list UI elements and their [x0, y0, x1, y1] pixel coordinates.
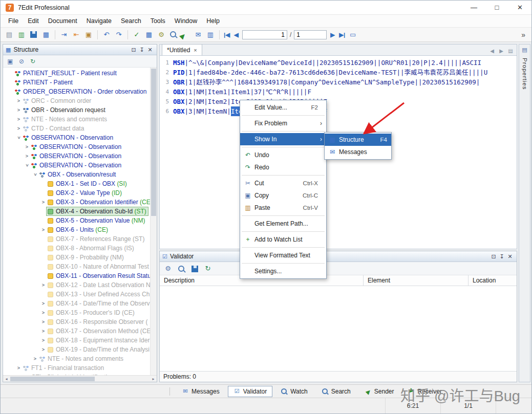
tree-item[interactable]: OBX - Observation/result [3, 170, 150, 179]
tree-item[interactable]: OBX-19 - Date/Time of the Analysi [3, 345, 150, 354]
tree-item[interactable]: OBSERVATION - Observation [3, 151, 150, 161]
properties-tab[interactable]: ▤ Properties [519, 44, 530, 382]
validator-refresh-button[interactable]: ↻ [203, 264, 213, 274]
options-button[interactable]: ▥ [205, 29, 216, 40]
tab-list-icon[interactable]: ▤ [506, 48, 515, 54]
import-message-button[interactable]: ⇥ [58, 29, 70, 40]
auto-hide-icon[interactable]: ↧ [138, 47, 146, 53]
previous-tab-icon[interactable]: ◀ [488, 48, 496, 54]
tree-item[interactable]: OBSERVATION - Observation [3, 142, 150, 151]
tree-expander-icon[interactable] [24, 144, 30, 149]
menu-undo[interactable]: ↶ Undo [240, 149, 326, 161]
structure-vertical-scrollbar[interactable] [150, 68, 157, 375]
menu-fix-problem[interactable]: Fix Problem › [240, 117, 326, 129]
tree-expander-icon[interactable] [40, 301, 47, 306]
last-page-button[interactable]: ▶| [337, 31, 347, 38]
undo-button[interactable]: ↶ [101, 29, 112, 40]
panel-close-icon[interactable]: ✕ [146, 47, 154, 53]
tree-item[interactable]: OBX-9 - Probability (NM) [3, 253, 150, 262]
validator-save-button[interactable] [189, 264, 200, 274]
minimize-button[interactable]: — [462, 1, 485, 14]
menu-paste[interactable]: ▥ Paste Ctrl-V [240, 202, 326, 214]
menu-bar-item[interactable]: Tools [146, 16, 170, 26]
tab-sender[interactable]: ▶ Sender [359, 386, 400, 397]
panel-close-icon[interactable]: ✕ [506, 253, 514, 260]
structure-button[interactable]: ▦ [143, 29, 155, 40]
structure-horizontal-scrollbar[interactable]: ◂ ▸ [3, 375, 157, 382]
column-header[interactable]: Element [364, 275, 469, 286]
tree-item[interactable]: OBX-8 - Abnormal Flags (IS) [3, 244, 150, 253]
messages-button[interactable]: ✉ [193, 29, 204, 40]
tree-expander-icon[interactable] [40, 338, 47, 343]
scrollbar-thumb[interactable] [151, 69, 156, 216]
column-header[interactable]: Location [469, 275, 517, 286]
submenu-structure[interactable]: ▦ Structure F4 [325, 134, 391, 146]
tree-expander-icon[interactable] [40, 329, 47, 334]
tree-expander-icon[interactable] [15, 126, 22, 131]
menu-bar-item[interactable]: Navigate [82, 16, 116, 26]
tree-item[interactable]: OBX-17 - Observation Method (CE [3, 326, 150, 336]
tree-expander-icon[interactable] [40, 200, 47, 205]
tree-expander-icon[interactable] [40, 227, 47, 232]
next-tab-icon[interactable]: ▶ [497, 48, 505, 54]
total-pages-input[interactable] [294, 30, 327, 39]
tree-item[interactable]: OBX-12 - Date Last Observation N [3, 280, 150, 290]
scroll-right-icon[interactable]: ▸ [150, 376, 157, 382]
menu-bar-item[interactable]: Edit [23, 16, 44, 26]
tree-item[interactable]: OBSERVATION - Observation [3, 161, 150, 170]
toolbar-overflow-button[interactable]: » [518, 31, 528, 39]
redo-button[interactable]: ↷ [113, 29, 124, 40]
refresh-button[interactable]: ↻ [28, 57, 37, 66]
export-message-button[interactable]: ⇤ [71, 29, 82, 40]
menu-redo[interactable]: ↷ Redo [240, 161, 326, 173]
validator-settings-button[interactable]: ⚙ [163, 264, 173, 274]
first-page-button[interactable]: |◀ [222, 31, 232, 38]
dock-icon[interactable]: ⊡ [490, 253, 498, 260]
save-all-button[interactable]: ▦ [40, 29, 52, 40]
tree-expander-icon[interactable] [15, 135, 22, 140]
open-document-button[interactable]: ▥ [16, 29, 27, 40]
tab-validator[interactable]: ☑ Validator [228, 386, 272, 397]
maximize-button[interactable]: □ [485, 1, 508, 14]
menu-bar-item[interactable]: Document [44, 16, 82, 26]
tree-item[interactable]: OBX-7 - References Range (ST) [3, 234, 150, 244]
tree-item[interactable]: OBX-4 - Observation Sub-Id (ST) [3, 207, 150, 216]
tree-item[interactable]: OBR - Observation request [3, 105, 150, 115]
tree-item[interactable]: OBX-6 - Units (CE) [3, 225, 150, 234]
current-page-input[interactable] [242, 30, 287, 39]
tree-expander-icon[interactable] [24, 154, 30, 159]
tree-item[interactable]: OBX-10 - Nature of Abnormal Test [3, 262, 150, 271]
tab-close-icon[interactable]: × [194, 47, 197, 53]
editor-tab-untitled[interactable]: *Untitled × [162, 44, 202, 55]
previous-page-button[interactable]: ◀ [232, 31, 241, 38]
tree-item[interactable]: OBX-11 - Observation Result Statu [3, 271, 150, 280]
tree-expander-icon[interactable] [40, 282, 47, 288]
tree-item[interactable]: OBX-5 - Observation Value (NM) [3, 216, 150, 225]
tree-item[interactable]: ORDER_OBSERVATION - Order observation [3, 87, 150, 96]
tree-item[interactable]: CTD - Contact data [3, 124, 150, 133]
tree-item[interactable]: PATIENT - Patient [3, 78, 150, 87]
tree-expander-icon[interactable] [40, 319, 47, 324]
tree-expander-icon[interactable] [15, 117, 22, 122]
tree-item[interactable]: ORC - Common order [3, 96, 150, 105]
tree-expander-icon[interactable] [40, 347, 47, 352]
tree-expander-icon[interactable] [24, 163, 30, 168]
tree-expander-icon[interactable] [15, 107, 22, 113]
monitor-button[interactable]: ▭ [347, 29, 358, 40]
tools-button[interactable]: ⚙ [156, 29, 167, 40]
submenu-messages[interactable]: ✉ Messages [325, 146, 391, 158]
paste-message-button[interactable]: ▣ [83, 29, 94, 40]
tree-item[interactable]: OBX-3 - Observation Identifier (CE [3, 198, 150, 207]
tree-expander-icon[interactable] [32, 172, 38, 177]
tree-item[interactable]: OBX-1 - Set ID - OBX (SI) [3, 179, 150, 188]
tree-item[interactable]: OBX-15 - Producer's ID (CE) [3, 308, 150, 317]
scrollbar-thumb[interactable] [10, 377, 95, 381]
tab-watch[interactable]: Watch [275, 386, 313, 397]
tree-expander-icon[interactable] [15, 365, 22, 371]
menu-add-to-watch-list[interactable]: + Add to Watch List [240, 233, 326, 246]
menu-bar-item[interactable]: File [4, 16, 23, 26]
tree-expander-icon[interactable] [15, 98, 22, 103]
tree-item[interactable]: OBSERVATION - Observation [3, 133, 150, 142]
menu-bar-item[interactable]: Help [202, 16, 224, 26]
tree-item[interactable]: NTE - Notes and comments [3, 354, 150, 363]
